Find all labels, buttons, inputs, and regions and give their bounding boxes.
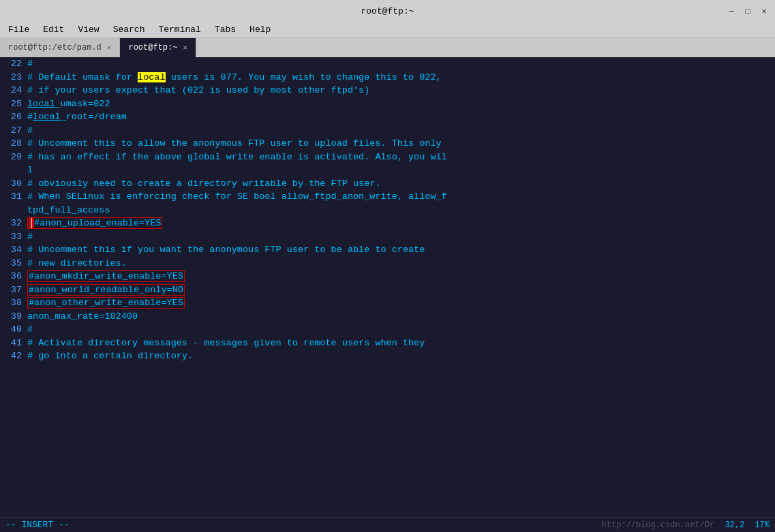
line-35: 35 # new directories.	[0, 258, 775, 272]
line-31-cont: tpd_full_access	[0, 205, 775, 219]
tab-pam-label: root@ftp:/etc/pam.d	[8, 43, 102, 52]
maximize-button[interactable]: □	[742, 6, 753, 16]
menu-terminal[interactable]: Terminal	[153, 23, 206, 36]
line-40: 40 #	[0, 324, 775, 338]
cursor-position: 32,2	[725, 520, 744, 530]
tab-pam-close[interactable]: ✕	[107, 44, 112, 52]
line-26: 26 #local_root=/dream	[0, 112, 775, 125]
main-content: 22 # 23 # Default umask for local users …	[0, 57, 775, 532]
watermark: http://blog.csdn.net/Dr	[602, 520, 715, 530]
line-23: 23 # Default umask for local users is 07…	[0, 72, 775, 86]
line-38: 38 #anon_other_write_enable=YES	[0, 298, 775, 311]
line-33: 33 #	[0, 232, 775, 245]
insert-mode: -- INSERT --	[5, 520, 70, 530]
status-info: http://blog.csdn.net/Dr 32,2 17%	[602, 520, 770, 530]
menu-view[interactable]: View	[72, 23, 104, 36]
line-28: 28 # Uncomment this to allow the anonymo…	[0, 138, 775, 152]
line-42: 42 # go into a certain directory.	[0, 351, 775, 364]
statusbar: -- INSERT -- http://blog.csdn.net/Dr 32,…	[0, 517, 775, 532]
line-39: 39 anon_max_rate=102400	[0, 311, 775, 325]
line-34: 34 # Uncomment this if you want the anon…	[0, 245, 775, 258]
line-24: 24 # if your users expect that (022 is u…	[0, 85, 775, 99]
menu-edit[interactable]: Edit	[37, 23, 70, 36]
menu-help[interactable]: Help	[244, 23, 276, 36]
line-37: 37 #anon_world_readable_only=NO	[0, 285, 775, 298]
line-31: 31 # When SELinux is enforcing check for…	[0, 191, 775, 205]
line-29: 29 # has an effect if the above global w…	[0, 152, 775, 166]
window-title: root@ftp:~	[361, 6, 414, 16]
menubar: File Edit View Search Terminal Tabs Help	[0, 22, 775, 38]
tab-home-label: root@ftp:~	[128, 43, 177, 52]
tabbar: root@ftp:/etc/pam.d ✕ root@ftp:~ ✕	[0, 38, 775, 57]
line-41: 41 # Activate directory messages - messa…	[0, 338, 775, 351]
titlebar: root@ftp:~ — □ ✕	[0, 0, 775, 22]
code-lines: 22 # 23 # Default umask for local users …	[0, 57, 775, 517]
line-32: 32 │#anon_upload_enable=YES	[0, 218, 775, 232]
close-button[interactable]: ✕	[759, 6, 770, 16]
menu-file[interactable]: File	[3, 23, 35, 36]
line-29-cont: l	[0, 165, 775, 178]
line-30: 30 # obviously need to create a director…	[0, 178, 775, 192]
line-25: 25 local_umask=022	[0, 99, 775, 112]
tab-home[interactable]: root@ftp:~ ✕	[120, 38, 196, 57]
code-area[interactable]: 22 # 23 # Default umask for local users …	[0, 57, 775, 532]
minimize-button[interactable]: —	[726, 6, 737, 16]
scroll-percent: 17%	[755, 520, 770, 530]
menu-search[interactable]: Search	[108, 23, 151, 36]
line-36: 36 #anon_mkdir_write_enable=YES	[0, 271, 775, 285]
window-controls: — □ ✕	[726, 6, 770, 16]
line-22: 22 #	[0, 59, 775, 72]
menu-tabs[interactable]: Tabs	[209, 23, 241, 36]
line-27: 27 #	[0, 125, 775, 139]
tab-home-close[interactable]: ✕	[183, 44, 187, 52]
tab-pam[interactable]: root@ftp:/etc/pam.d ✕	[0, 38, 120, 57]
